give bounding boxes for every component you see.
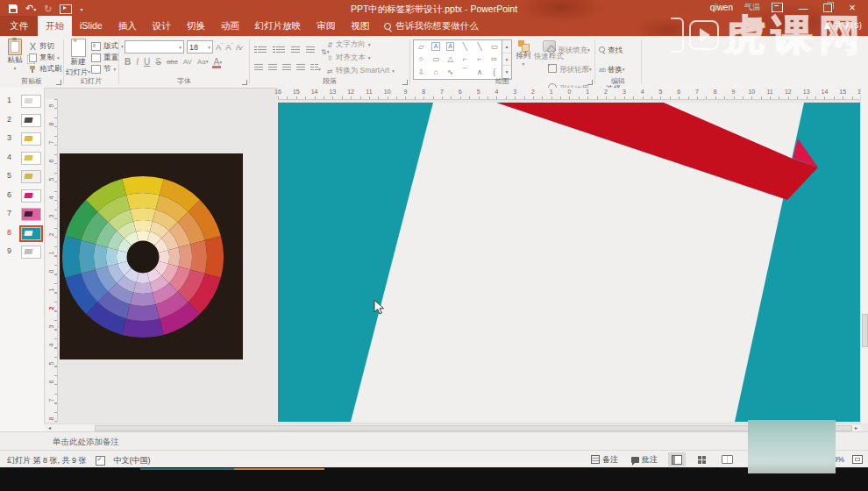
character-spacing-button[interactable]: AV xyxy=(183,58,192,66)
language-status[interactable]: 中文(中国) xyxy=(114,455,151,466)
reset-button[interactable]: 重置 xyxy=(91,53,118,63)
vertical-ruler[interactable]: 987654321012345678 xyxy=(46,99,58,422)
slide-thumbnail-2[interactable]: 2 xyxy=(0,112,44,130)
text-direction-button[interactable]: ⇵ 文字方向▾ xyxy=(327,39,395,50)
shape-glyph[interactable]: ▭ xyxy=(429,53,444,65)
slide-thumbnail-1[interactable]: 1 xyxy=(0,93,44,110)
notes-bar[interactable]: 单击此处添加备注 xyxy=(0,431,868,451)
redo-icon[interactable]: ↻ xyxy=(44,3,52,15)
section-button[interactable]: 节▾ xyxy=(91,64,116,75)
italic-button[interactable]: I xyxy=(136,57,139,67)
clear-formatting-button[interactable]: A̷ xyxy=(236,42,241,52)
vertical-scrollbar-thumb[interactable] xyxy=(862,314,868,347)
replace-button[interactable]: ab替换▾ xyxy=(599,60,625,75)
find-button[interactable]: 查找 xyxy=(599,40,625,56)
gallery-up-icon[interactable]: ▲ xyxy=(502,40,511,53)
slide-thumbnail-9[interactable]: 9 xyxy=(0,244,44,261)
tab-iSlide[interactable]: iSlide xyxy=(72,16,110,36)
reading-view-button[interactable] xyxy=(719,452,736,466)
shape-glyph[interactable]: ⇨ xyxy=(487,53,502,65)
decrease-indent-icon[interactable] xyxy=(291,46,300,54)
bold-button[interactable]: B xyxy=(125,57,131,67)
shape-glyph[interactable]: △ xyxy=(443,53,458,65)
user-name[interactable]: qiwen xyxy=(710,3,733,12)
shape-glyph[interactable]: A xyxy=(443,40,458,53)
font-size-combo[interactable]: 18▾ xyxy=(187,40,213,53)
gallery-down-icon[interactable]: ▼ xyxy=(502,53,511,67)
slide-canvas[interactable] xyxy=(278,103,861,422)
slide-thumbnail-8[interactable]: 8 xyxy=(0,225,44,243)
shape-glyph[interactable]: ▭ xyxy=(487,40,502,53)
format-painter-button[interactable]: 格式刷 xyxy=(29,64,62,75)
shrink-font-button[interactable]: Aˇ xyxy=(225,42,232,52)
restore-button[interactable] xyxy=(823,4,832,12)
shape-glyph[interactable]: A xyxy=(429,40,444,53)
copy-button[interactable]: 复制 ▾ xyxy=(29,53,60,63)
align-center-icon[interactable] xyxy=(268,64,277,72)
cut-button[interactable]: 剪切 xyxy=(29,41,54,52)
thumbnail-image[interactable] xyxy=(21,114,41,127)
close-button[interactable]: × xyxy=(843,1,861,14)
slide-thumbnail-6[interactable]: 6 xyxy=(0,188,44,205)
notes-placeholder[interactable]: 单击此处添加备注 xyxy=(53,437,119,448)
vertical-scrollbar[interactable] xyxy=(860,88,868,423)
thumbnail-image[interactable] xyxy=(21,95,41,108)
normal-view-button[interactable] xyxy=(668,452,686,466)
thumbnail-image[interactable] xyxy=(21,246,41,259)
fit-to-window-icon[interactable] xyxy=(852,455,863,464)
shape-glyph[interactable]: ╲ xyxy=(473,40,487,53)
tab-幻灯片放映[interactable]: 幻灯片放映 xyxy=(247,16,309,36)
justify-icon[interactable] xyxy=(296,64,305,72)
numbering-icon[interactable] xyxy=(273,42,285,58)
ribbon-options-icon[interactable] xyxy=(772,3,783,12)
slide-number-status[interactable]: 幻灯片 第 8 张, 共 9 张 xyxy=(7,455,87,466)
underline-button[interactable]: U xyxy=(144,57,150,67)
subscript-button[interactable]: abc xyxy=(167,58,178,66)
video-progress-track[interactable] xyxy=(0,468,868,470)
thumbnail-image[interactable] xyxy=(21,227,41,240)
notes-toggle-button[interactable]: 备注 xyxy=(588,452,621,467)
tab-设计[interactable]: 设计 xyxy=(145,16,179,36)
shape-glyph[interactable]: ○ xyxy=(414,53,429,65)
shape-glyph[interactable]: ⌐ xyxy=(458,53,473,65)
tab-视图[interactable]: 视图 xyxy=(343,16,377,36)
share-button[interactable]: 共享(S) xyxy=(823,20,862,32)
align-text-button[interactable]: ⇳ 对齐文本▾ xyxy=(327,53,395,63)
customize-qat-icon[interactable]: ▾ xyxy=(80,6,82,12)
tab-审阅[interactable]: 审阅 xyxy=(309,16,343,36)
font-color-button[interactable]: A▾ xyxy=(213,57,221,67)
tab-file[interactable]: 文件 xyxy=(0,16,38,36)
slide-thumbnail-3[interactable]: 3 xyxy=(0,131,44,148)
shape-outline-button[interactable]: 形状轮廓▾ xyxy=(548,60,592,75)
tab-切换[interactable]: 切换 xyxy=(179,16,213,36)
drawing-dialog-launcher[interactable] xyxy=(587,80,593,85)
thumbnail-image[interactable] xyxy=(21,189,41,203)
comments-toggle-button[interactable]: 批注 xyxy=(629,452,660,467)
save-icon[interactable] xyxy=(9,4,18,13)
shape-glyph[interactable]: ▱ xyxy=(414,40,429,53)
change-case-button[interactable]: Aa▾ xyxy=(197,58,209,66)
font-dialog-launcher[interactable] xyxy=(242,80,247,85)
grow-font-button[interactable]: Aˆ xyxy=(216,42,223,52)
increase-indent-icon[interactable] xyxy=(306,46,315,54)
align-right-icon[interactable] xyxy=(282,64,291,72)
shape-glyph[interactable]: ╲ xyxy=(458,40,473,53)
slide-sorter-view-button[interactable] xyxy=(694,452,711,466)
tell-me-search[interactable]: 告诉我你想要做什么 xyxy=(377,16,486,36)
horizontal-ruler[interactable]: 1615141312111098765432101234567891011121… xyxy=(278,88,861,100)
tab-插入[interactable]: 插入 xyxy=(110,16,145,36)
convert-smartart-button[interactable]: ⇄ 转换为 SmartArt▾ xyxy=(327,66,395,76)
shape-glyph[interactable]: ⌐ xyxy=(473,53,487,65)
horizontal-scrollbar-thumb[interactable] xyxy=(95,425,852,431)
start-slideshow-icon[interactable] xyxy=(60,4,72,14)
shape-fill-button[interactable]: 形状填充▾ xyxy=(548,40,592,56)
shapes-gallery-scroll[interactable]: ▲ ▼ ▼ xyxy=(502,39,512,80)
slide-thumbnail-7[interactable]: 7 xyxy=(0,206,44,224)
columns-icon[interactable]: ▾ xyxy=(310,60,321,75)
tab-动画[interactable]: 动画 xyxy=(213,16,247,36)
slide-thumbnail-5[interactable]: 5 xyxy=(0,168,44,186)
new-slide-button[interactable]: 新建 幻灯片▾ xyxy=(64,39,92,78)
shapes-gallery[interactable]: ▱AA╲╲▭○▭△⌐⌐⇨⇩⌂∿⌒∧{ xyxy=(413,39,502,80)
bullets-icon[interactable] xyxy=(254,42,267,58)
thumbnail-image[interactable] xyxy=(21,208,41,221)
